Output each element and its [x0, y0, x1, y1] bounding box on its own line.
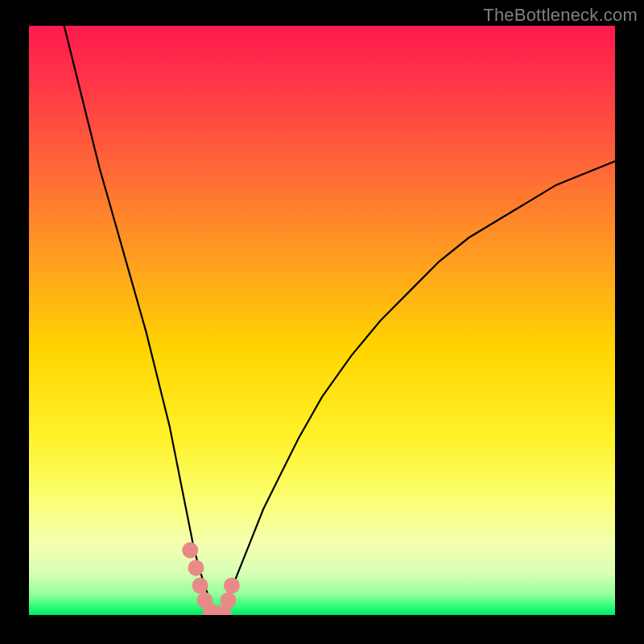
curve-right-branch	[222, 161, 615, 615]
plot-area	[29, 26, 615, 615]
chart-frame: TheBottleneck.com	[0, 0, 644, 644]
highlight-markers	[182, 542, 240, 615]
highlight-dot	[192, 577, 208, 593]
watermark-text: TheBottleneck.com	[483, 5, 638, 26]
highlight-dot	[224, 577, 240, 593]
highlight-dot	[221, 592, 237, 609]
curve-left-branch	[64, 26, 214, 615]
highlight-dot	[182, 542, 198, 558]
chart-canvas	[29, 26, 615, 615]
highlight-dot	[188, 559, 204, 576]
